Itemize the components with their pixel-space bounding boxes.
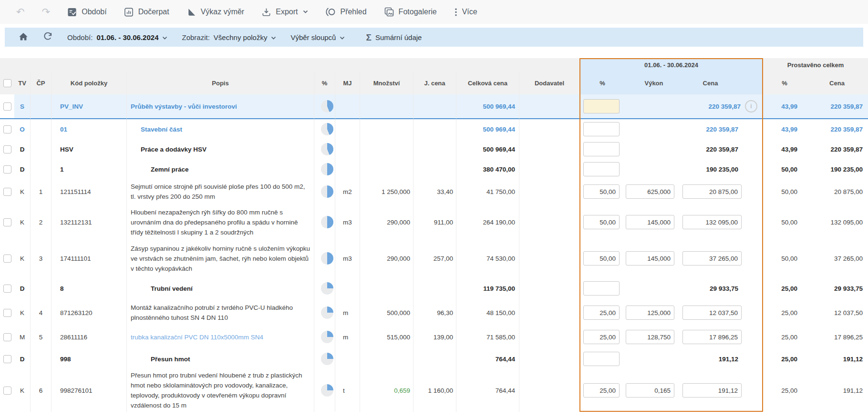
period-percent-cell: [579, 300, 625, 325]
period-price-input[interactable]: [682, 184, 742, 199]
row-checkbox[interactable]: [3, 165, 11, 173]
unit-label: m: [343, 334, 348, 341]
description-cell: Stavební část: [127, 119, 314, 139]
docerpat-button[interactable]: Dočerpat: [124, 7, 169, 17]
total-price-cell: 119 735,00: [456, 276, 519, 300]
supplier-cell: [519, 94, 579, 119]
prehled-button[interactable]: Přehled: [325, 7, 366, 17]
item-description: Montáž kanalizačního potrubí z tvrdého P…: [131, 303, 311, 323]
period-percent-input[interactable]: [583, 162, 620, 176]
period-price-input[interactable]: [682, 306, 742, 320]
period-performance-cell: [625, 159, 682, 179]
period-performance-input[interactable]: [626, 306, 674, 320]
refresh-button[interactable]: [43, 31, 53, 43]
period-dropdown[interactable]: Období: 01.06. - 30.06.2024: [67, 33, 167, 41]
row-number-cell: 2: [31, 204, 52, 240]
period-price-input[interactable]: [682, 383, 742, 398]
built-price-cell: 190 235,00: [806, 159, 868, 179]
select-all-checkbox[interactable]: [3, 79, 11, 87]
table-body: SPV_INVPrůběh výstavby - vůči investorov…: [0, 94, 868, 412]
progress-pie-icon: [321, 123, 333, 135]
built-price-cell: 17 896,25: [806, 325, 868, 349]
item-code: PV_INV: [60, 103, 83, 110]
row-checkbox[interactable]: [3, 387, 11, 395]
row-type-cell: M: [14, 325, 31, 349]
redo-button[interactable]: ↷: [42, 7, 51, 17]
unit-cell: [335, 139, 360, 159]
total-price-value: 48 150,00: [486, 309, 515, 316]
row-checkbox[interactable]: [3, 188, 11, 196]
period-price-input[interactable]: [682, 215, 742, 229]
period-performance-input[interactable]: [626, 383, 674, 398]
description-cell: trubka kanalizační PVC DN 110x5000mm SN4: [127, 325, 314, 349]
more-button-label: Více: [462, 8, 477, 16]
row-checkbox[interactable]: [3, 355, 11, 363]
period-price-cell: 190 235,00: [682, 159, 763, 179]
unit-price-value: 257,00: [434, 255, 453, 262]
col-header-total-price: Celková cena: [456, 71, 519, 94]
period-percent-input[interactable]: [583, 306, 620, 320]
period-percent-input[interactable]: [583, 281, 620, 296]
row-checkbox[interactable]: [3, 309, 11, 317]
more-button[interactable]: Více: [454, 7, 477, 17]
period-percent-input[interactable]: [583, 184, 620, 199]
unit-price-value: 1 160,00: [428, 387, 453, 394]
period-percent-input[interactable]: [583, 215, 620, 229]
row-type-letter: D: [20, 285, 25, 292]
total-price-value: 500 969,44: [483, 103, 515, 110]
unit-cell: m3: [335, 204, 360, 240]
row-type-letter: M: [20, 334, 25, 341]
row-checkbox[interactable]: [3, 145, 11, 153]
quantity-cell: [360, 119, 413, 139]
period-percent-input[interactable]: [583, 99, 620, 113]
row-type-cell: S: [14, 94, 31, 119]
period-percent-input[interactable]: [583, 142, 620, 156]
table-row: K1121151114Sejmutí ornice strojně při so…: [0, 179, 868, 204]
period-price-value: 220 359,87: [706, 126, 738, 133]
period-performance-cell: [625, 300, 682, 325]
undo-button[interactable]: ↶: [16, 7, 25, 17]
column-select-dropdown[interactable]: Výběr sloupců: [290, 33, 345, 41]
row-select-cell: [0, 139, 14, 159]
progress-pie-icon: [321, 306, 333, 319]
summary-data-button[interactable]: Σ Sumární údaje: [366, 33, 422, 42]
row-checkbox[interactable]: [3, 255, 11, 263]
row-checkbox[interactable]: [3, 285, 11, 293]
period-percent-input[interactable]: [583, 122, 620, 136]
period-performance-input[interactable]: [626, 330, 674, 344]
period-percent-input[interactable]: [583, 330, 620, 344]
home-button[interactable]: [18, 31, 29, 43]
chevron-down-icon: [271, 33, 276, 41]
period-performance-input[interactable]: [626, 215, 674, 229]
period-button[interactable]: Období: [67, 7, 106, 17]
period-price-input[interactable]: [682, 251, 742, 265]
home-icon: [18, 31, 29, 43]
row-checkbox[interactable]: [3, 218, 11, 226]
unit-price-cell: [413, 159, 456, 179]
description-cell: Průběh výstavby - vůči investorovi: [127, 94, 314, 119]
period-performance-input[interactable]: [626, 184, 674, 199]
vykaz-vymer-button[interactable]: Výkaz výměr: [186, 7, 245, 17]
fotogalerie-button[interactable]: Fotogalerie: [384, 7, 437, 17]
info-icon[interactable]: i: [745, 100, 757, 112]
row-checkbox[interactable]: [3, 125, 11, 133]
period-percent-input[interactable]: [583, 352, 620, 366]
show-filter-dropdown[interactable]: Zobrazit: Všechny položky: [182, 33, 276, 41]
row-checkbox[interactable]: [3, 333, 11, 341]
description-cell: Přesun hmot pro trubní vedení hloubené z…: [127, 369, 314, 412]
export-button[interactable]: Export: [261, 7, 308, 17]
total-price-value: 71 585,00: [486, 334, 515, 341]
period-price-input[interactable]: [682, 330, 742, 344]
row-checkbox[interactable]: [3, 102, 11, 111]
progress-pie-icon: [321, 143, 333, 155]
built-percent-cell: 25,00: [763, 276, 806, 300]
period-performance-input[interactable]: [626, 251, 674, 265]
total-price-value: 41 750,00: [486, 188, 515, 195]
row-type-cell: K: [14, 369, 31, 412]
period-percent-cell: [579, 349, 625, 369]
period-percent-cell: [579, 369, 625, 412]
period-percent-input[interactable]: [583, 251, 620, 265]
progress-pie-cell: [314, 119, 335, 139]
progress-pie-cell: [314, 94, 335, 119]
period-percent-input[interactable]: [583, 383, 620, 398]
